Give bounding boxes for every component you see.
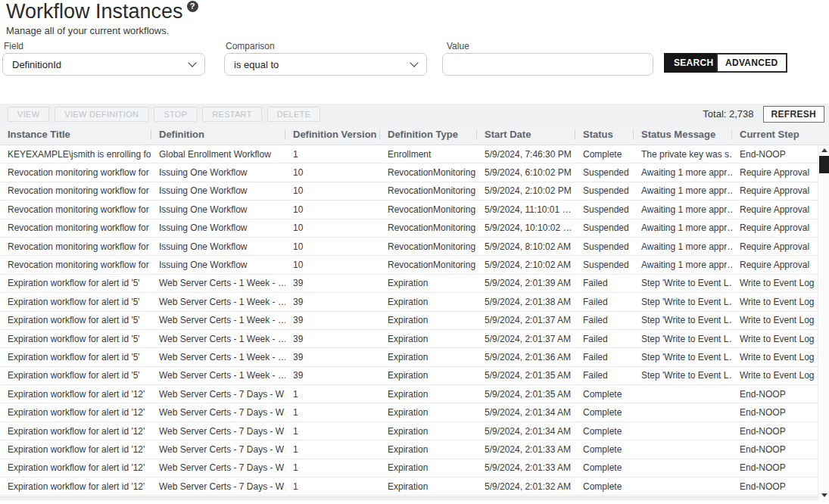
table-row[interactable]: Expiration workflow for alert id '12'Web…: [0, 422, 818, 440]
vertical-scrollbar[interactable]: [818, 145, 829, 500]
table-cell: 39: [285, 275, 380, 292]
horizontal-scrollbar-track[interactable]: [0, 496, 818, 500]
table-cell: Write to Event Log: [732, 312, 818, 329]
table-cell: 10: [285, 163, 380, 181]
table-cell: Expiration workflow for alert id '5': [0, 367, 151, 384]
table-cell: Write to Event Log: [732, 367, 818, 384]
table-cell: Revocation monitoring workflow for …: [0, 182, 151, 200]
column-header-status[interactable]: Status: [575, 124, 634, 145]
table-cell: 5/9/2024, 2:01:34 AM: [477, 422, 575, 440]
table-cell: Awaiting 1 more appr…: [634, 238, 732, 255]
value-input[interactable]: [442, 53, 653, 76]
table-cell: 39: [285, 330, 380, 347]
table-cell: Expiration: [380, 422, 477, 440]
table-row[interactable]: Expiration workflow for alert id '5'Web …: [0, 312, 818, 330]
column-header-start-date[interactable]: Start Date: [477, 124, 575, 145]
table-cell: Issuing One Workflow: [151, 238, 285, 255]
view-button[interactable]: VIEW: [8, 107, 49, 122]
table-cell: Revocation monitoring workflow for …: [0, 201, 151, 218]
table-cell: Expiration workflow for alert id '12': [0, 403, 151, 421]
table-cell: RevocationMonitoring: [380, 201, 477, 218]
table-cell: Web Server Certs - 1 Week - …: [151, 275, 285, 292]
table-row[interactable]: Expiration workflow for alert id '12'Web…: [0, 385, 818, 403]
table-cell: Awaiting 1 more appr…: [634, 201, 732, 218]
column-header-definition-type[interactable]: Definition Type: [380, 124, 477, 145]
table-row[interactable]: Expiration workflow for alert id '5'Web …: [0, 275, 818, 293]
table-cell: 5/9/2024, 6:10:02 PM: [477, 163, 575, 181]
table-row[interactable]: Expiration workflow for alert id '5'Web …: [0, 348, 818, 366]
table-cell: Complete: [575, 145, 634, 163]
table-cell: Expiration workflow for alert id '12': [0, 459, 151, 477]
table-cell: 5/9/2024, 2:01:33 AM: [477, 440, 575, 458]
field-select[interactable]: DefinitionId: [2, 53, 205, 76]
comparison-select[interactable]: is equal to: [224, 53, 427, 76]
table-cell: 5/9/2024, 2:01:33 AM: [477, 459, 575, 477]
table-body: KEYEXAMPLE\jsmith is enrolling fo…Global…: [0, 145, 829, 500]
table-cell: Issuing One Workflow: [151, 163, 285, 181]
table-cell: Expiration workflow for alert id '12': [0, 385, 151, 403]
table-cell: 1: [285, 422, 380, 440]
scroll-down-icon[interactable]: [818, 490, 829, 500]
column-header-definition[interactable]: Definition: [151, 124, 285, 145]
table-cell: 39: [285, 293, 380, 310]
table-cell: Write to Event Log: [732, 293, 818, 310]
table-row[interactable]: Revocation monitoring workflow for …Issu…: [0, 163, 818, 182]
table-row[interactable]: Revocation monitoring workflow for …Issu…: [0, 256, 818, 274]
table-row[interactable]: KEYEXAMPLE\jsmith is enrolling fo…Global…: [0, 145, 818, 163]
table-cell: Web Server Certs - 7 Days - W…: [151, 403, 285, 421]
table-cell: 39: [285, 367, 380, 384]
table-row[interactable]: Revocation monitoring workflow for …Issu…: [0, 201, 818, 219]
table-row[interactable]: Revocation monitoring workflow for …Issu…: [0, 238, 818, 256]
table-row[interactable]: Expiration workflow for alert id '12'Web…: [0, 459, 818, 478]
table-cell: Expiration: [380, 403, 477, 421]
chevron-down-icon: [410, 58, 418, 67]
comparison-label: Comparison: [226, 41, 275, 51]
advanced-button[interactable]: ADVANCED: [716, 53, 787, 73]
table-cell: Complete: [575, 422, 634, 440]
table-cell: Issuing One Workflow: [151, 219, 285, 237]
table-cell: Web Server Certs - 1 Week - …: [151, 330, 285, 347]
table-row[interactable]: Expiration workflow for alert id '12'Web…: [0, 440, 818, 459]
table-cell: Suspended: [575, 182, 634, 200]
table-cell: Failed: [575, 275, 634, 292]
view-definition-button[interactable]: VIEW DEFINITION: [55, 107, 148, 122]
restart-button[interactable]: RESTART: [202, 107, 261, 122]
delete-button[interactable]: DELETE: [267, 107, 321, 122]
column-header-status-message[interactable]: Status Message: [634, 124, 732, 145]
table-cell: Write to Event Log: [732, 275, 818, 292]
table-row[interactable]: Expiration workflow for alert id '5'Web …: [0, 367, 818, 385]
page-title: Workflow Instances?: [6, 0, 198, 23]
table-cell: RevocationMonitoring: [380, 182, 477, 200]
table-cell: 5/9/2024, 2:10:02 PM: [477, 182, 575, 200]
comparison-select-value: is equal to: [234, 59, 411, 70]
column-header-instance-title[interactable]: Instance Title: [0, 124, 151, 145]
stop-button[interactable]: STOP: [154, 107, 197, 122]
table-row[interactable]: Revocation monitoring workflow for …Issu…: [0, 182, 818, 201]
table-row[interactable]: Expiration workflow for alert id '12'Web…: [0, 478, 818, 496]
refresh-button[interactable]: REFRESH: [763, 106, 824, 123]
table-cell: The private key was s…: [634, 145, 732, 163]
table-row[interactable]: Revocation monitoring workflow for …Issu…: [0, 219, 818, 238]
field-select-value: DefinitionId: [12, 59, 189, 70]
table-cell: Suspended: [575, 238, 634, 255]
workflow-grid-panel: VIEW VIEW DEFINITION STOP RESTART DELETE…: [0, 104, 829, 504]
column-header-definition-version[interactable]: Definition Version: [285, 124, 380, 145]
table-cell: [634, 459, 732, 477]
table-row[interactable]: Expiration workflow for alert id '12'Web…: [0, 403, 818, 422]
scrollbar-thumb[interactable]: [819, 156, 829, 173]
table-cell: Require Approval: [732, 256, 818, 273]
help-icon[interactable]: ?: [187, 1, 198, 12]
scroll-up-icon[interactable]: [818, 145, 829, 155]
table-cell: Step 'Write to Event L…: [634, 293, 732, 310]
search-button[interactable]: SEARCH: [664, 53, 723, 73]
table-row[interactable]: Expiration workflow for alert id '5'Web …: [0, 330, 818, 348]
table-cell: 39: [285, 312, 380, 329]
table-cell: Web Server Certs - 7 Days - W…: [151, 422, 285, 440]
table-row[interactable]: Expiration workflow for alert id '5'Web …: [0, 293, 818, 311]
column-header-current-step[interactable]: Current Step: [732, 124, 818, 145]
table-cell: Web Server Certs - 7 Days - W…: [151, 478, 285, 495]
table-cell: Awaiting 1 more appr…: [634, 182, 732, 200]
table-cell: Expiration: [380, 440, 477, 458]
table-cell: Expiration: [380, 293, 477, 310]
total-count: Total: 2,738: [703, 108, 753, 120]
